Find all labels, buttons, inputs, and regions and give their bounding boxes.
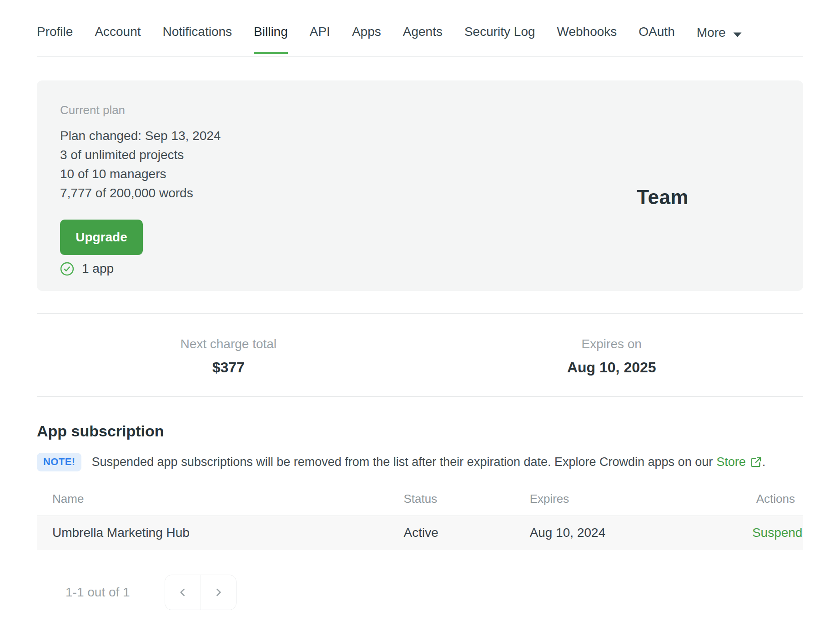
cell-app-status: Active	[403, 516, 529, 550]
tab-more-label: More	[697, 25, 726, 40]
pagination: 1-1 out of 1	[37, 575, 803, 610]
cell-app-name: Umbrella Marketing Hub	[37, 516, 403, 550]
tab-apps[interactable]: Apps	[352, 25, 381, 54]
app-subscription-table: Name Status Expires Actions Umbrella Mar…	[37, 483, 803, 550]
pagination-range-label: 1-1 out of 1	[65, 585, 130, 600]
pagination-prev-button[interactable]	[165, 575, 201, 610]
store-link[interactable]: Store	[716, 455, 762, 469]
note-text-period: .	[762, 455, 766, 469]
pagination-controls	[165, 575, 236, 610]
table-row: Umbrella Marketing Hub Active Aug 10, 20…	[37, 516, 803, 550]
expires-on-label: Expires on	[420, 337, 804, 351]
settings-tab-bar: Profile Account Notifications Billing AP…	[37, 0, 803, 57]
plan-words-line: 7,777 of 200,000 words	[60, 184, 221, 203]
next-charge-value: $377	[37, 359, 420, 376]
plan-name: Team	[637, 186, 689, 209]
tab-notifications[interactable]: Notifications	[163, 25, 232, 54]
next-charge-label: Next charge total	[37, 337, 420, 351]
plan-changed-line: Plan changed: Sep 13, 2024	[60, 126, 221, 145]
plan-apps-count: 1 app	[82, 261, 114, 276]
check-circle-icon	[60, 262, 74, 276]
tab-security-log[interactable]: Security Log	[464, 25, 535, 54]
tab-agents[interactable]: Agents	[403, 25, 443, 54]
col-header-status: Status	[403, 483, 529, 516]
table-header: Name Status Expires Actions	[37, 483, 803, 516]
tab-api[interactable]: API	[310, 25, 330, 54]
tab-account[interactable]: Account	[95, 25, 141, 54]
store-link-label: Store	[716, 455, 746, 469]
note-text: Suspended app subscriptions will be remo…	[91, 455, 765, 469]
plan-usage-lines: Plan changed: Sep 13, 2024 3 of unlimite…	[60, 126, 221, 203]
plan-card-label: Current plan	[60, 103, 221, 117]
tab-webhooks[interactable]: Webhooks	[557, 25, 617, 54]
plan-name-area: Team	[637, 103, 778, 291]
plan-managers-line: 10 of 10 managers	[60, 165, 221, 184]
expires-on-value: Aug 10, 2025	[420, 359, 804, 376]
plan-projects-line: 3 of unlimited projects	[60, 145, 221, 165]
chevron-left-icon	[177, 586, 189, 598]
col-header-actions: Actions	[752, 483, 803, 516]
plan-details: Current plan Plan changed: Sep 13, 2024 …	[60, 103, 221, 291]
caret-down-icon	[733, 26, 742, 41]
pagination-next-button[interactable]	[201, 575, 236, 610]
tab-profile[interactable]: Profile	[37, 25, 73, 54]
next-charge-block: Next charge total $377	[37, 337, 420, 376]
app-subscription-title: App subscription	[37, 422, 803, 440]
external-link-icon	[750, 456, 762, 468]
expires-on-block: Expires on Aug 10, 2025	[420, 337, 804, 376]
billing-settings-page: Profile Account Notifications Billing AP…	[0, 0, 840, 610]
suspend-link[interactable]: Suspend	[752, 526, 803, 540]
cell-app-actions: Suspend	[752, 516, 803, 550]
current-plan-card: Current plan Plan changed: Sep 13, 2024 …	[37, 80, 803, 291]
subscription-note: NOTE! Suspended app subscriptions will b…	[37, 453, 803, 471]
cell-app-expires: Aug 10, 2024	[530, 516, 752, 550]
note-badge: NOTE!	[37, 453, 81, 471]
billing-summary: Next charge total $377 Expires on Aug 10…	[37, 313, 803, 397]
upgrade-button[interactable]: Upgrade	[60, 220, 143, 255]
col-header-expires: Expires	[530, 483, 752, 516]
col-header-name: Name	[37, 483, 403, 516]
note-text-body: Suspended app subscriptions will be remo…	[91, 455, 713, 469]
tab-oauth[interactable]: OAuth	[639, 25, 674, 54]
tab-billing[interactable]: Billing	[254, 25, 288, 54]
plan-apps-row: 1 app	[60, 261, 221, 276]
chevron-right-icon	[212, 586, 224, 598]
tab-more[interactable]: More	[697, 25, 742, 56]
